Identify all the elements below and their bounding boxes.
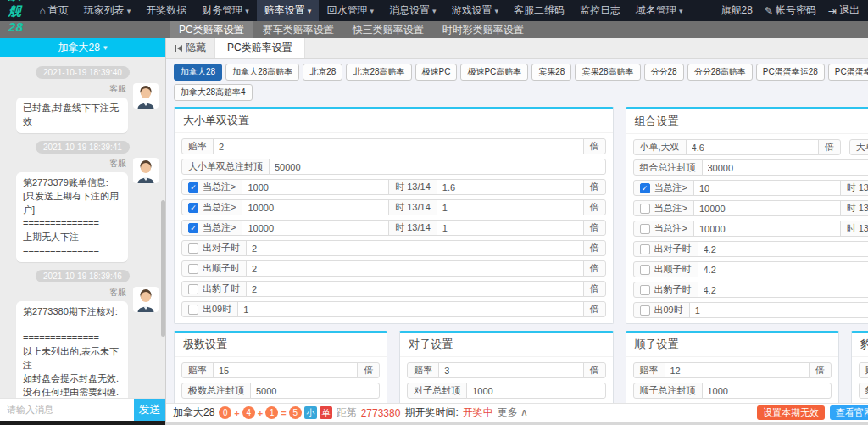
value-input[interactable] [246, 281, 584, 297]
value-input[interactable] [242, 220, 389, 236]
value-input[interactable] [665, 362, 810, 378]
checkbox[interactable] [188, 284, 198, 294]
checkbox-addon: ✓当总注> [181, 220, 242, 236]
nav-item-label: 玩家列表 [84, 3, 125, 18]
game-tab-2[interactable]: 北京28 [303, 64, 342, 81]
nav-item-4[interactable]: 赔率设置▾ [257, 0, 320, 21]
value-input[interactable] [438, 362, 583, 378]
nav-item-8[interactable]: 客服二维码 [506, 0, 572, 21]
game-tab-3[interactable]: 北京28高赔率 [346, 64, 411, 81]
more-toggle[interactable]: 更多 ∧ [498, 405, 528, 420]
status-button-1[interactable]: 查看官网 [830, 405, 868, 420]
panel-title: 组合设置保存 [626, 109, 868, 134]
game-tab-9[interactable]: 分分28高赔率 [687, 64, 753, 81]
game-tab-13[interactable]: 加拿大28高赔率4 [174, 84, 253, 101]
checkbox[interactable] [640, 204, 650, 214]
value-input[interactable] [250, 383, 380, 399]
setting-row: 赔率倍 [181, 362, 380, 378]
chat-message-list[interactable]: 2021-10-19 18:39:40客服已封盘,封盘线下下注无效2021-10… [0, 57, 165, 398]
checkbox[interactable] [640, 305, 650, 316]
nav-item-10[interactable]: 域名管理▾ [628, 0, 691, 21]
checkbox-addon: 出豹子时 [633, 282, 698, 298]
sidebar-scrollbar[interactable] [161, 57, 165, 398]
unit-addon: 倍 [583, 179, 606, 195]
value-input[interactable] [246, 240, 584, 256]
game-tab-11[interactable]: PC蛋蛋幸运28高赔率 [828, 64, 868, 81]
checkbox[interactable] [188, 264, 198, 274]
logout-icon: ⇥ [828, 5, 837, 17]
value-input[interactable] [698, 282, 868, 298]
unit-addon: 倍 [583, 281, 606, 297]
subnav-item-2[interactable]: 快三类赔率设置 [343, 21, 433, 38]
subnav-item-0[interactable]: PC类赔率设置 [170, 21, 253, 38]
value-input[interactable] [698, 261, 868, 277]
panel-baozi: 豹子设置赔率倍豹子总注封顶 [851, 331, 868, 403]
chat-room-selector[interactable]: 加拿大28 ▾ [0, 38, 165, 57]
odds-input[interactable] [437, 179, 584, 195]
checkbox[interactable] [640, 244, 650, 254]
game-tab-5[interactable]: 极速PC高赔率 [460, 64, 528, 81]
value-input[interactable] [246, 260, 584, 277]
value-input[interactable] [689, 302, 868, 318]
game-tab-bar: 加拿大28加拿大28高赔率北京28北京28高赔率极速PC极速PC高赔率宾果28宾… [174, 64, 868, 101]
addon-label: 当总注> [203, 201, 236, 214]
hide-panel-button[interactable]: 隐藏 [166, 38, 214, 58]
nav-item-9[interactable]: 监控日志 [572, 0, 628, 21]
checkbox[interactable]: ✓ [188, 223, 198, 233]
value-input[interactable] [269, 159, 606, 175]
value-input[interactable] [698, 241, 868, 257]
odds-input[interactable] [437, 220, 584, 236]
chat-input[interactable] [0, 405, 134, 415]
nav-item-0[interactable]: ⌂首页 [32, 0, 76, 21]
game-tab-1[interactable]: 加拿大28高赔率 [225, 64, 299, 81]
subnav-item-3[interactable]: 时时彩类赔率设置 [433, 21, 533, 38]
odds-input[interactable] [437, 199, 584, 215]
addon-label: 出豹子时 [654, 283, 692, 296]
nav-item-7[interactable]: 游戏设置▾ [443, 0, 506, 21]
nav-item-label: 域名管理 [636, 3, 676, 18]
game-tab-6[interactable]: 宾果28 [531, 64, 571, 81]
value-input[interactable] [702, 159, 868, 176]
nav-item-3[interactable]: 财务管理▾ [194, 0, 257, 21]
value-input[interactable] [702, 383, 832, 399]
game-tab-4[interactable]: 极速PC [415, 64, 458, 81]
game-tab-8[interactable]: 分分28 [644, 64, 684, 81]
threshold-addon: 时 13/14 [388, 179, 437, 195]
value-input[interactable] [242, 199, 389, 215]
period-suffix: 期开奖时间: [404, 405, 458, 420]
checkbox[interactable]: ✓ [188, 203, 198, 213]
nav-item-2[interactable]: 开奖数据 [138, 0, 194, 21]
logout-link[interactable]: ⇥退出 [828, 3, 860, 18]
value-input[interactable] [686, 139, 819, 155]
input-group: ✓当总注>时 13/14倍 [633, 180, 868, 196]
game-tab-10[interactable]: PC蛋蛋幸运28 [756, 64, 825, 81]
value-input[interactable] [237, 301, 583, 317]
checkbox[interactable]: ✓ [640, 183, 650, 193]
value-input[interactable] [213, 362, 358, 378]
game-tab-7[interactable]: 宾果28高赔率 [575, 64, 640, 81]
value-input[interactable] [693, 200, 841, 216]
tab-pc-odds-settings[interactable]: PC类赔率设置 [214, 38, 305, 58]
value-input[interactable] [242, 179, 389, 195]
checkbox[interactable] [640, 285, 650, 295]
checkbox[interactable]: ✓ [188, 182, 198, 193]
status-button-0[interactable]: 设置本期无效 [757, 405, 825, 420]
value-input[interactable] [466, 383, 605, 399]
value-input[interactable] [693, 221, 841, 237]
nav-item-5[interactable]: 回水管理▾ [319, 0, 381, 21]
send-button[interactable]: 发送 [134, 399, 165, 421]
nav-item-1[interactable]: 玩家列表▾ [76, 0, 139, 21]
checkbox[interactable] [640, 224, 650, 234]
value-input[interactable] [213, 138, 584, 154]
subnav-item-1[interactable]: 赛车类赔率设置 [253, 21, 343, 38]
draw-result-sequence: 0+4+1=5小单 [219, 406, 331, 419]
value-input[interactable] [693, 180, 841, 196]
game-tab-0[interactable]: 加拿大28 [174, 64, 222, 81]
nav-item-6[interactable]: 消息设置▾ [381, 0, 444, 21]
account-password-link[interactable]: ✎帐号密码 [765, 3, 816, 18]
checkbox[interactable] [188, 243, 198, 254]
input-group: 出豹子时倍 [633, 282, 868, 298]
checkbox[interactable] [188, 305, 198, 315]
checkbox[interactable] [640, 265, 650, 275]
sidebar-scrollbar-thumb[interactable] [161, 200, 165, 337]
